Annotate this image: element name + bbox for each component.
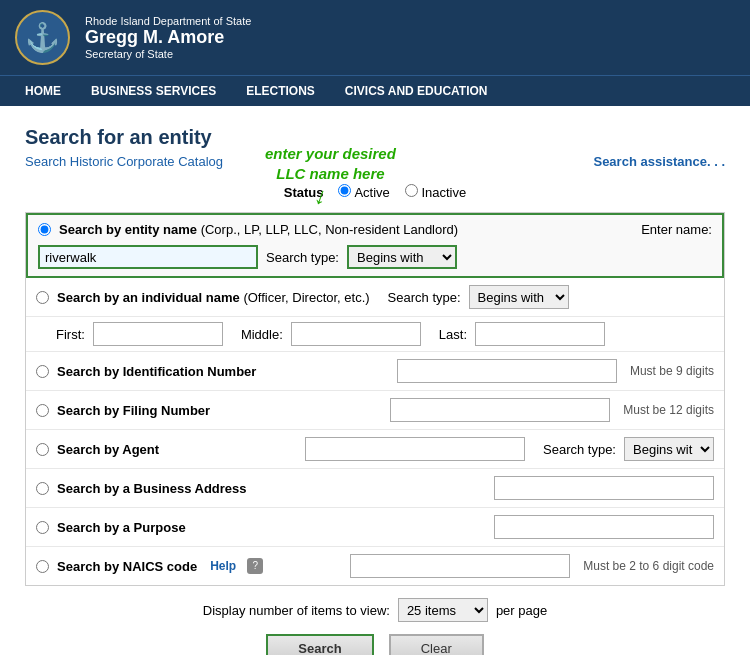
search-filing-row: Search by Filing Number Must be 12 digit… (26, 391, 724, 430)
status-active-text: Active (354, 185, 389, 200)
secretary-title: Secretary of State (85, 48, 251, 60)
historic-catalog-link[interactable]: Search Historic Corporate Catalog (25, 154, 223, 169)
search-individual-row: Search by an individual name (Officer, D… (26, 278, 724, 317)
agent-search-type-select[interactable]: Begins with Contains Exact match (624, 437, 714, 461)
nav-home[interactable]: HOME (10, 76, 76, 106)
search-entity-label: Search by entity name (Corp., LP, LLP, L… (59, 222, 458, 237)
search-entity-bold: Search by entity name (59, 222, 197, 237)
agent-input[interactable] (305, 437, 525, 461)
naics-input[interactable] (350, 554, 570, 578)
purpose-input[interactable] (494, 515, 714, 539)
button-row: Search Clear (25, 634, 725, 655)
top-links-row: Search Historic Corporate Catalog enter … (25, 154, 725, 169)
search-purpose-label: Search by a Purpose (57, 520, 186, 535)
naics-hint: Must be 2 to 6 digit code (583, 559, 714, 573)
search-id-radio[interactable] (36, 365, 49, 378)
search-type-label-entity: Search type: (266, 250, 339, 265)
search-individual-label: Search by an individual name (Officer, D… (57, 290, 370, 305)
nav-business-services[interactable]: BUSINESS SERVICES (76, 76, 231, 106)
filing-hint: Must be 12 digits (623, 403, 714, 417)
search-purpose-radio[interactable] (36, 521, 49, 534)
secretary-name: Gregg M. Amore (85, 27, 251, 48)
enter-name-label: Enter name: (641, 222, 712, 237)
middle-name-label: Middle: (241, 327, 283, 342)
id-number-input[interactable] (397, 359, 617, 383)
naics-help-icon[interactable]: ? (247, 558, 263, 574)
main-navigation: HOME BUSINESS SERVICES ELECTIONS CIVICS … (0, 75, 750, 106)
search-naics-radio[interactable] (36, 560, 49, 573)
search-section: Search by entity name (Corp., LP, LLP, L… (25, 212, 725, 586)
search-agent-label: Search by Agent (57, 442, 159, 457)
search-type-label-individual: Search type: (388, 290, 461, 305)
search-individual-bold: Search by an individual name (57, 290, 240, 305)
main-content: Search for an entity Search Historic Cor… (0, 106, 750, 655)
state-seal: ⚓ (15, 10, 70, 65)
name-fields-row: First: Middle: Last: (26, 317, 724, 352)
search-entity-row: Search by entity name (Corp., LP, LLP, L… (26, 213, 724, 278)
naics-help-link[interactable]: Help (210, 559, 236, 573)
search-type-label-agent: Search type: (543, 442, 616, 457)
search-button[interactable]: Search (266, 634, 373, 655)
search-address-label: Search by a Business Address (57, 481, 247, 496)
status-row: Status Active Inactive (25, 184, 725, 200)
display-label: Display number of items to view: (203, 603, 390, 618)
entity-name-input[interactable] (38, 245, 258, 269)
search-individual-radio[interactable] (36, 291, 49, 304)
first-name-label: First: (56, 327, 85, 342)
first-name-input[interactable] (93, 322, 223, 346)
address-input[interactable] (494, 476, 714, 500)
individual-search-type-select[interactable]: Begins with Contains Exact match (469, 285, 569, 309)
last-name-input[interactable] (475, 322, 605, 346)
filing-number-input[interactable] (390, 398, 610, 422)
search-filing-label: Search by Filing Number (57, 403, 210, 418)
status-inactive-radio[interactable] (405, 184, 418, 197)
search-id-row: Search by Identification Number Must be … (26, 352, 724, 391)
search-agent-radio[interactable] (36, 443, 49, 456)
page-header: ⚓ Rhode Island Department of State Gregg… (0, 0, 750, 75)
search-filing-radio[interactable] (36, 404, 49, 417)
search-address-row: Search by a Business Address (26, 469, 724, 508)
search-assistance-link[interactable]: Search assistance. . . (593, 154, 725, 169)
nav-elections[interactable]: ELECTIONS (231, 76, 330, 106)
search-address-radio[interactable] (36, 482, 49, 495)
last-name-label: Last: (439, 327, 467, 342)
search-agent-row: Search by Agent Search type: Begins with… (26, 430, 724, 469)
status-active-radio[interactable] (338, 184, 351, 197)
status-inactive-label[interactable]: Inactive (405, 184, 466, 200)
search-id-label: Search by Identification Number (57, 364, 256, 379)
display-row: Display number of items to view: 10 item… (25, 598, 725, 622)
clear-button[interactable]: Clear (389, 634, 484, 655)
search-naics-row: Search by NAICS code Help ? Must be 2 to… (26, 547, 724, 585)
annotation-text: enter your desiredLLC name here ↓ (265, 144, 396, 183)
per-page-label: per page (496, 603, 547, 618)
status-active-label[interactable]: Active (338, 184, 389, 200)
department-name: Rhode Island Department of State (85, 15, 251, 27)
header-text: Rhode Island Department of State Gregg M… (85, 15, 251, 60)
entity-search-type-select[interactable]: Begins with Contains Exact match (347, 245, 457, 269)
search-entity-subtext: (Corp., LP, LLP, LLC, Non-resident Landl… (201, 222, 459, 237)
search-purpose-row: Search by a Purpose (26, 508, 724, 547)
annotation-label: enter your desiredLLC name here (265, 145, 396, 182)
middle-name-input[interactable] (291, 322, 421, 346)
status-inactive-text: Inactive (421, 185, 466, 200)
nav-civics-education[interactable]: CIVICS AND EDUCATION (330, 76, 503, 106)
anchor-icon: ⚓ (25, 24, 60, 52)
search-individual-subtext: (Officer, Director, etc.) (243, 290, 369, 305)
id-hint: Must be 9 digits (630, 364, 714, 378)
items-per-page-select[interactable]: 10 items 25 items 50 items 100 items (398, 598, 488, 622)
search-entity-radio[interactable] (38, 223, 51, 236)
search-naics-label: Search by NAICS code (57, 559, 197, 574)
